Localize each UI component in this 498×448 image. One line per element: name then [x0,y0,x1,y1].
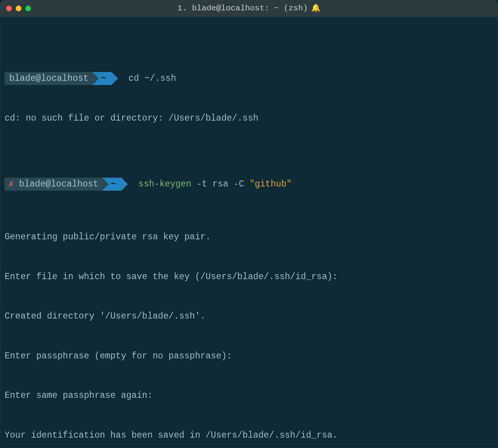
window-title: 1. blade@localhost: ~ (zsh) 🔔 [5,2,493,15]
output-line: cd: no such file or directory: /Users/bl… [5,112,493,125]
output-line: Enter file in which to save the key (/Us… [5,270,493,284]
prompt-chevron: ✗ blade@localhost ~ [5,178,128,191]
close-icon[interactable] [6,6,12,11]
output-line: Generating public/private rsa key pair. [5,231,493,244]
terminal-body[interactable]: blade@localhost ~ cd ~/.ssh cd: no such … [0,17,498,448]
output-line: Enter passphrase (empty for no passphras… [5,350,493,363]
error-indicator-icon: ✗ [5,178,17,191]
command-string: "github" [249,178,292,191]
zoom-icon[interactable] [25,6,31,11]
title-text: 1. blade@localhost: ~ (zsh) [177,2,308,15]
minimize-icon[interactable] [16,6,21,11]
chevron-end-icon [121,178,128,191]
chevron-separator-icon [92,72,99,85]
output-line: Created directory '/Users/blade/.ssh'. [5,310,493,323]
prompt-chevron: blade@localhost ~ [5,72,118,85]
window-controls [6,6,31,11]
prompt-user-host: blade@localhost [5,72,92,85]
command-args: -t rsa -C [191,178,249,191]
bell-icon: 🔔 [311,3,321,14]
prompt-line: ✗ blade@localhost ~ ssh-keygen -t rsa -C… [5,178,493,191]
chevron-end-icon [111,72,118,85]
prompt-user-host: blade@localhost [17,178,102,191]
output-line: Enter same passphrase again: [5,389,493,402]
chevron-separator-icon [102,178,109,191]
command-text: cd ~/.ssh [128,72,176,85]
prompt-line: blade@localhost ~ cd ~/.ssh [5,72,493,85]
output-line: Your identification has been saved in /U… [5,429,493,442]
terminal-window: 1. blade@localhost: ~ (zsh) 🔔 blade@loca… [0,0,498,448]
command-name: ssh-keygen [138,178,191,191]
window-titlebar[interactable]: 1. blade@localhost: ~ (zsh) 🔔 [0,0,498,17]
